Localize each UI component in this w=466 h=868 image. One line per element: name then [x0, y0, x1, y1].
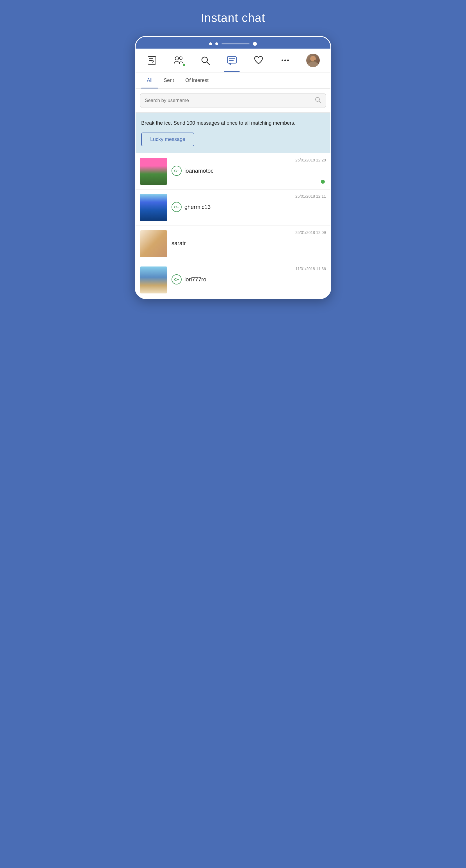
tab-sent[interactable]: Sent	[158, 72, 180, 89]
chat-item-2[interactable]: C+ ghermic13 25/01/2018 12:11	[135, 190, 331, 226]
search-container	[135, 89, 331, 113]
status-line	[221, 43, 250, 44]
cplus-badge-4: C+	[172, 274, 182, 284]
tab-all[interactable]: All	[141, 72, 158, 89]
svg-line-7	[207, 62, 210, 65]
svg-point-13	[287, 60, 289, 61]
chat-timestamp-4: 11/01/2018 11:36	[295, 267, 326, 271]
chat-info-2: C+ ghermic13	[172, 202, 326, 213]
phone-frame: All Sent Of interest Break the ice. Send…	[135, 36, 331, 299]
svg-point-12	[284, 60, 286, 61]
nav-checklist-heart[interactable]	[144, 54, 160, 67]
nav-search[interactable]	[197, 54, 213, 67]
chat-avatar-2	[140, 194, 167, 221]
chat-item-3[interactable]: saratr 25/01/2018 12:09	[135, 226, 331, 262]
tab-of-interest[interactable]: Of interest	[180, 72, 214, 89]
username-row-2: C+ ghermic13	[172, 202, 326, 212]
svg-point-11	[282, 60, 283, 61]
page-title: Instant chat	[201, 11, 265, 25]
chat-item[interactable]: C+ ioanamotoc 25/01/2018 12:28	[135, 153, 331, 190]
chat-username-3: saratr	[172, 240, 186, 247]
profile-avatar	[306, 54, 320, 67]
status-circle	[253, 42, 257, 46]
svg-rect-8	[227, 57, 236, 63]
username-row-1: C+ ioanamotoc	[172, 166, 326, 176]
chat-avatar-4	[140, 267, 167, 293]
username-row-4: C+ lori777ro	[172, 274, 326, 284]
chat-timestamp-3: 25/01/2018 12:09	[295, 230, 326, 235]
cplus-badge-2: C+	[172, 202, 182, 212]
nav-chat[interactable]	[224, 54, 240, 67]
svg-line-18	[319, 101, 320, 102]
chat-avatar-1	[140, 158, 167, 185]
lucky-message-button[interactable]: Lucky message	[141, 132, 194, 146]
chat-info-3: saratr	[172, 240, 326, 248]
chat-username-4: lori777ro	[184, 276, 206, 283]
chat-avatar-3	[140, 230, 167, 257]
promo-banner: Break the ice. Send 100 messages at once…	[135, 113, 331, 153]
tabs-bar: All Sent Of interest	[135, 72, 331, 89]
chat-info-1: C+ ioanamotoc	[172, 166, 326, 177]
nav-more[interactable]	[277, 54, 293, 67]
chat-item-4[interactable]: C+ lori777ro 11/01/2018 11:36	[135, 262, 331, 298]
svg-point-5	[179, 57, 182, 60]
nav-profile[interactable]	[304, 53, 322, 68]
chat-list: C+ ioanamotoc 25/01/2018 12:28 C+ ghermi…	[135, 153, 331, 298]
nav-bar	[135, 49, 331, 72]
nav-couple[interactable]	[171, 54, 186, 67]
username-row-3: saratr	[172, 240, 326, 247]
online-dot-1	[321, 180, 325, 184]
couple-online-dot	[183, 63, 186, 67]
page-wrapper: Instant chat	[117, 0, 349, 434]
status-dot-1	[209, 42, 212, 45]
promo-text: Break the ice. Send 100 messages at once…	[141, 119, 325, 127]
cplus-badge-1: C+	[172, 166, 182, 176]
chat-info-4: C+ lori777ro	[172, 274, 326, 286]
search-input[interactable]	[145, 98, 315, 103]
svg-point-4	[175, 57, 179, 60]
nav-active-bar	[224, 71, 240, 72]
nav-heart[interactable]	[251, 54, 267, 67]
chat-username-2: ghermic13	[184, 204, 211, 210]
status-bar	[135, 37, 331, 49]
chat-timestamp-1: 25/01/2018 12:28	[295, 158, 326, 162]
status-dot-2	[215, 42, 218, 45]
search-box[interactable]	[140, 93, 326, 108]
chat-username-1: ioanamotoc	[184, 168, 213, 174]
chat-timestamp-2: 25/01/2018 12:11	[295, 194, 326, 198]
search-icon	[315, 97, 321, 104]
